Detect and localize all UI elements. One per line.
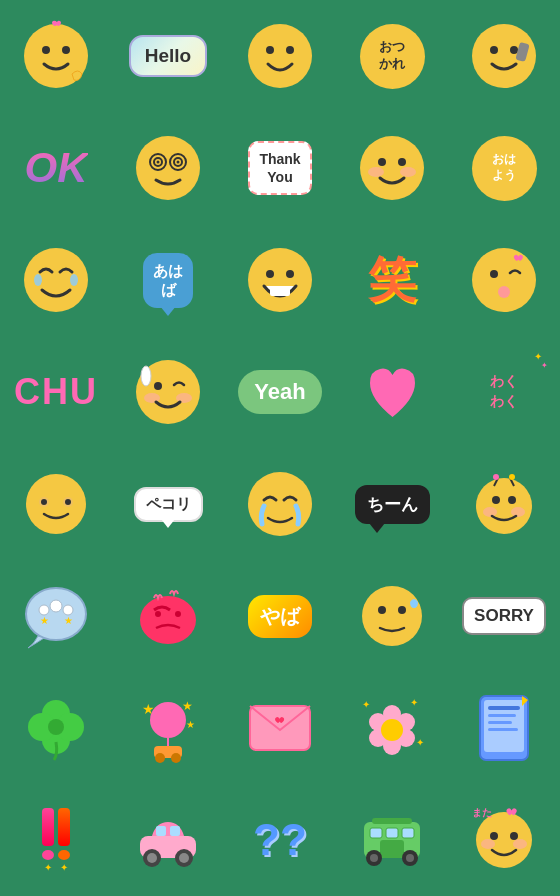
svg-rect-105 xyxy=(380,840,404,858)
svg-point-18 xyxy=(378,158,386,166)
sorry-text: SORRY xyxy=(474,606,534,625)
cell-face-blush[interactable] xyxy=(336,112,448,224)
cell-face-bee[interactable] xyxy=(448,448,560,560)
svg-point-62 xyxy=(378,606,386,614)
cell-pekkori[interactable]: ペコリ xyxy=(112,448,224,560)
cell-yeah[interactable]: Yeah xyxy=(224,336,336,448)
svg-point-47 xyxy=(508,496,516,504)
svg-point-114 xyxy=(481,839,495,849)
svg-rect-90 xyxy=(488,706,520,710)
cell-question[interactable]: ?? xyxy=(224,784,336,896)
svg-point-60 xyxy=(175,611,181,617)
cell-exclaim[interactable]: ✦ ✦ xyxy=(0,784,112,896)
svg-point-19 xyxy=(398,158,406,166)
svg-point-4 xyxy=(266,46,274,54)
svg-point-61 xyxy=(362,586,422,646)
cell-face-wink-bunny[interactable] xyxy=(112,336,224,448)
cell-tram[interactable] xyxy=(336,784,448,896)
svg-point-10 xyxy=(136,136,200,200)
svg-point-41 xyxy=(65,499,71,505)
cell-face-sweat[interactable] xyxy=(336,560,448,672)
cell-ok[interactable]: OK xyxy=(0,112,112,224)
svg-text:★: ★ xyxy=(182,699,193,713)
cell-yaba[interactable]: やば xyxy=(224,560,336,672)
cell-chu[interactable]: CHU xyxy=(0,336,112,448)
cell-face-wave[interactable] xyxy=(0,0,112,112)
svg-rect-104 xyxy=(402,828,414,838)
svg-rect-102 xyxy=(370,828,382,838)
svg-point-84 xyxy=(381,719,403,741)
cell-face-heart-kiss[interactable] xyxy=(448,224,560,336)
svg-text:★: ★ xyxy=(40,615,49,626)
cell-hello[interactable]: Hello xyxy=(112,0,224,112)
svg-point-40 xyxy=(41,499,47,505)
cell-speech-bubble-face[interactable]: ★ ★ xyxy=(0,560,112,672)
svg-point-26 xyxy=(266,270,274,278)
svg-rect-28 xyxy=(270,288,290,296)
pekkori-text: ペコリ xyxy=(146,495,191,512)
svg-point-1 xyxy=(42,46,50,54)
cell-wakuwaku[interactable]: わくわく ✦ ✦ xyxy=(448,336,560,448)
svg-point-35 xyxy=(154,382,162,390)
cell-chiin[interactable]: ちーん xyxy=(336,448,448,560)
ahaha-text: あはば xyxy=(153,261,183,300)
cell-blob-angry[interactable] xyxy=(112,560,224,672)
cell-envelope[interactable] xyxy=(224,672,336,784)
cell-ohayo[interactable]: おはよう xyxy=(448,112,560,224)
svg-point-17 xyxy=(360,136,424,200)
svg-point-7 xyxy=(490,46,498,54)
cell-car[interactable] xyxy=(112,784,224,896)
chiin-text: ちーん xyxy=(367,495,418,514)
otsukare-text: おつかれ xyxy=(379,39,405,73)
cell-tablet[interactable] xyxy=(448,672,560,784)
cell-stars-balloon[interactable]: ★ ★ ★ xyxy=(112,672,224,784)
svg-point-25 xyxy=(248,248,312,312)
svg-point-55 xyxy=(63,605,73,615)
svg-point-113 xyxy=(510,832,518,840)
cell-mata-face[interactable]: また xyxy=(448,784,560,896)
svg-point-58 xyxy=(140,596,196,644)
svg-rect-103 xyxy=(386,828,398,838)
svg-point-98 xyxy=(147,853,157,863)
svg-point-22 xyxy=(24,248,88,312)
cell-thankyou[interactable]: ThankYou xyxy=(224,112,336,224)
svg-point-5 xyxy=(286,46,294,54)
cell-face-cry-laugh[interactable] xyxy=(0,224,112,336)
cell-face-simple[interactable] xyxy=(0,448,112,560)
svg-point-29 xyxy=(472,248,536,312)
cell-face-smile[interactable] xyxy=(224,0,336,112)
svg-point-69 xyxy=(150,702,186,738)
svg-point-100 xyxy=(179,853,189,863)
svg-point-59 xyxy=(155,611,161,617)
svg-point-23 xyxy=(34,274,42,286)
svg-point-109 xyxy=(406,854,414,862)
cell-face-big-smile[interactable] xyxy=(224,224,336,336)
cell-face-phone[interactable] xyxy=(448,0,560,112)
cell-face-spiral[interactable] xyxy=(112,112,224,224)
svg-point-21 xyxy=(400,167,416,177)
cell-sorry[interactable]: SORRY xyxy=(448,560,560,672)
svg-text:✦: ✦ xyxy=(362,699,370,710)
cell-heart[interactable] xyxy=(336,336,448,448)
cell-flowers[interactable]: ✦ ✦ ✦ xyxy=(336,672,448,784)
cell-wara[interactable]: 笑 xyxy=(336,224,448,336)
svg-point-51 xyxy=(509,474,515,480)
svg-point-68 xyxy=(48,719,64,735)
cell-clover[interactable] xyxy=(0,672,112,784)
svg-point-63 xyxy=(398,606,406,614)
svg-point-16 xyxy=(177,161,180,164)
svg-point-76 xyxy=(171,753,181,763)
svg-point-13 xyxy=(157,161,160,164)
yaba-text: やば xyxy=(260,605,300,627)
svg-point-24 xyxy=(70,274,78,286)
svg-point-30 xyxy=(490,270,498,278)
svg-rect-110 xyxy=(372,818,412,824)
svg-point-52 xyxy=(26,588,86,640)
svg-point-46 xyxy=(492,496,500,504)
svg-point-112 xyxy=(490,832,498,840)
cell-ahaha[interactable]: あはば xyxy=(112,224,224,336)
svg-point-20 xyxy=(368,167,384,177)
cell-otsukare[interactable]: おつかれ xyxy=(336,0,448,112)
svg-point-3 xyxy=(248,24,312,88)
cell-face-cry-big[interactable] xyxy=(224,448,336,560)
